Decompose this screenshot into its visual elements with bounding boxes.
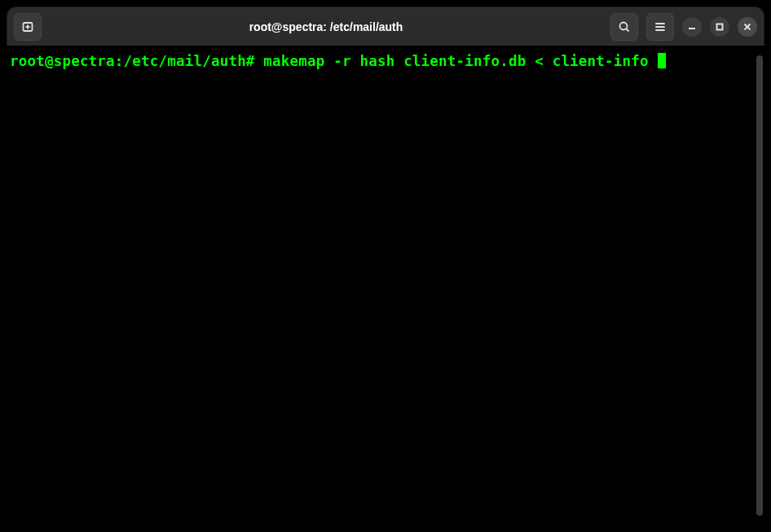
minimize-button[interactable] (682, 17, 702, 37)
shell-command: makemap -r hash client-info.db < client-… (263, 53, 648, 69)
maximize-button[interactable] (710, 17, 729, 37)
shell-prompt: root@spectra:/etc/mail/auth# (10, 53, 255, 69)
search-button[interactable] (610, 13, 638, 41)
hamburger-icon (654, 20, 667, 33)
scrollbar[interactable] (756, 55, 763, 516)
close-button[interactable] (738, 17, 757, 37)
terminal-content[interactable]: root@spectra:/etc/mail/auth# makemap -r … (10, 52, 751, 519)
cursor (658, 53, 666, 68)
menu-button[interactable] (646, 13, 674, 41)
titlebar: root@spectra: /etc/mail/auth (7, 7, 764, 46)
minimize-icon (688, 23, 696, 31)
titlebar-left (14, 13, 42, 41)
search-icon (618, 20, 631, 33)
new-tab-button[interactable] (14, 13, 42, 41)
svg-line-4 (627, 29, 629, 31)
titlebar-right (610, 13, 757, 41)
maximize-icon (716, 23, 724, 31)
terminal-window: root@spectra: /etc/mail/auth (0, 0, 771, 532)
svg-rect-9 (717, 24, 723, 29)
terminal-body[interactable]: root@spectra:/etc/mail/auth# makemap -r … (7, 46, 764, 525)
new-tab-icon (21, 20, 34, 33)
svg-point-3 (620, 22, 628, 29)
window-title: root@spectra: /etc/mail/auth (42, 20, 610, 33)
close-icon (743, 23, 751, 31)
